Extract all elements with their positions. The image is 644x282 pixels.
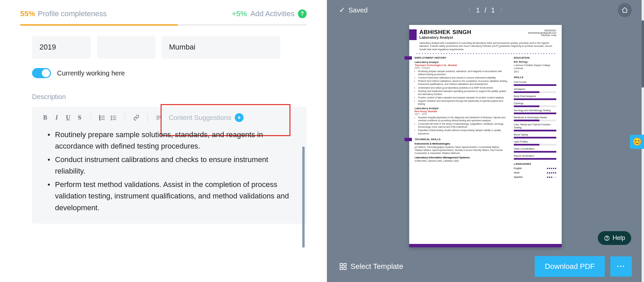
svg-rect-17 bbox=[340, 267, 342, 270]
city-input[interactable] bbox=[162, 36, 280, 59]
download-pdf-button[interactable]: Download PDF bbox=[535, 256, 605, 277]
help-icon[interactable]: ? bbox=[298, 9, 307, 18]
completeness-pct: 55% bbox=[20, 9, 35, 18]
page-current: 1 bbox=[476, 6, 480, 14]
resume-location: Mumbai, India bbox=[528, 34, 556, 36]
editor-content[interactable]: Routinely prepare sample solutions, stan… bbox=[32, 127, 307, 220]
bottom-bar: Select Template Download PDF ··· bbox=[327, 251, 644, 282]
skill-label: Metabolic & Electrolyte Panels bbox=[514, 116, 556, 119]
svg-rect-16 bbox=[344, 263, 346, 266]
separator bbox=[147, 114, 148, 122]
page-total: 1 bbox=[491, 6, 495, 14]
job-bullet: Assisted hospital physicians in the diag… bbox=[418, 116, 508, 122]
home-button[interactable] bbox=[618, 3, 632, 17]
skills-head: SKILLS bbox=[514, 76, 556, 79]
progress-bar bbox=[20, 24, 307, 26]
edu-degree: BSc Biology bbox=[514, 60, 556, 63]
job-bullet: Understand and utilize good laboratory p… bbox=[418, 86, 508, 89]
ordered-list-icon[interactable]: 123 bbox=[96, 113, 108, 122]
job-bullet: Powder content of latex samples and prep… bbox=[418, 96, 508, 99]
skill-label: Cytology bbox=[514, 102, 556, 105]
content-suggestions-label: Content Suggestions bbox=[169, 114, 231, 122]
saved-label: Saved bbox=[348, 6, 368, 14]
resume-left-col: EMPLOYMENT HISTORY Laboratory Analyst Th… bbox=[415, 56, 508, 179]
year-input[interactable] bbox=[32, 36, 91, 59]
skill-bar bbox=[514, 105, 556, 107]
job-bullet: Conduct instrument calibrations and chec… bbox=[418, 76, 508, 79]
select-template-button[interactable]: Select Template bbox=[339, 262, 403, 271]
skill-bar bbox=[514, 113, 556, 114]
help-label: Help bbox=[613, 234, 625, 242]
currently-working-row: Currently working here bbox=[32, 68, 307, 78]
employment-head: EMPLOYMENT HISTORY bbox=[415, 56, 508, 59]
editor-toolbar: B I U S 123 bbox=[32, 107, 307, 127]
svg-point-8 bbox=[111, 118, 112, 118]
accent-block bbox=[409, 29, 417, 40]
resume-right-col: EDUCATION BSc Biology Lucknow Christian … bbox=[514, 56, 556, 179]
job-bullet: Conducted lab tests in the areas of haem… bbox=[418, 122, 508, 128]
add-activities[interactable]: +5% Add Activities ? bbox=[232, 9, 307, 18]
skill-label: Urinalyses bbox=[514, 88, 556, 91]
check-icon: ✓ bbox=[339, 6, 345, 14]
strike-icon[interactable]: S bbox=[74, 113, 85, 122]
currently-working-toggle[interactable] bbox=[32, 68, 51, 78]
job-bullet: Support research and development through… bbox=[418, 99, 508, 105]
language-row: Spanish bbox=[514, 176, 556, 179]
lims-body: STARLIMS; LabSoft LIMS; LabWare LIMS bbox=[415, 159, 508, 162]
description-editor: B I U S 123 bbox=[32, 107, 307, 224]
saved-indicator: ✓ Saved bbox=[339, 6, 368, 14]
skill-bar bbox=[514, 158, 556, 160]
skill-label: Blood Typing bbox=[514, 133, 556, 136]
preview-header: ✓ Saved 〈 1 / 1 〉 bbox=[327, 0, 644, 20]
resume-columns: EMPLOYMENT HISTORY Laboratory Analyst Th… bbox=[415, 56, 556, 179]
bold-icon[interactable]: B bbox=[39, 113, 51, 122]
svg-text:3: 3 bbox=[99, 119, 101, 121]
instruments-body: pH Meters; Chromatography Systems; Mass … bbox=[415, 146, 508, 155]
preview-body: ABHISHEK SINGH Laboratory Analyst 985359… bbox=[327, 20, 644, 251]
end-input[interactable] bbox=[97, 36, 156, 59]
underline-icon[interactable]: U bbox=[62, 113, 74, 122]
link-icon[interactable] bbox=[131, 113, 142, 122]
job-bullet: Expedited critical testing results witho… bbox=[418, 129, 508, 135]
lims-head: Laboratory Information Management System… bbox=[415, 156, 508, 159]
job-dates: 2019 - Present bbox=[415, 67, 508, 69]
job-sub: Red Group, Mumbai bbox=[415, 110, 508, 113]
skill-label: Report Generation bbox=[514, 154, 556, 157]
more-button[interactable]: ··· bbox=[610, 256, 632, 277]
paragraph-icon[interactable] bbox=[153, 113, 165, 122]
technical-head: TECHNICAL SKILLS bbox=[415, 138, 508, 141]
window-scrollbar-thumb[interactable] bbox=[642, 20, 644, 88]
italic-icon[interactable]: I bbox=[51, 113, 62, 122]
activities-plus-pct: +5% bbox=[232, 9, 247, 18]
job-bullets: Routinely prepare sample solutions, stan… bbox=[418, 70, 508, 105]
resume-contact: 985359201 abhisheksingh@gmail.com Mumbai… bbox=[528, 29, 556, 36]
select-template-label: Select Template bbox=[351, 262, 403, 271]
divider bbox=[415, 53, 556, 54]
resume-summary: Laboratory Analyst with competence in ex… bbox=[419, 41, 556, 51]
feedback-tab[interactable]: 😊 bbox=[630, 135, 644, 149]
next-page-icon[interactable]: 〉 bbox=[500, 6, 506, 15]
bullet-item[interactable]: Perform test method validations. Assist … bbox=[46, 179, 293, 213]
unordered-list-icon[interactable] bbox=[108, 113, 119, 122]
skill-bar bbox=[514, 120, 556, 121]
separator bbox=[91, 114, 91, 122]
job-sub: Thyrocare Technologies Ltd., Mumbai bbox=[415, 64, 508, 66]
prev-page-icon[interactable]: 〈 bbox=[465, 6, 471, 15]
bullet-item[interactable]: Routinely prepare sample solutions, stan… bbox=[46, 129, 293, 152]
editor-scrollbar[interactable] bbox=[302, 147, 305, 248]
job-bullet: Develop and implement standard operating… bbox=[418, 90, 508, 96]
resume-phone: 985359201 bbox=[528, 29, 556, 32]
svg-point-10 bbox=[111, 119, 112, 120]
resume-page[interactable]: ABHISHEK SINGH Laboratory Analyst 985359… bbox=[409, 25, 562, 247]
skill-label: Body Fluid Analyses bbox=[514, 95, 556, 98]
language-row: English bbox=[514, 167, 556, 170]
edu-year: 2017 bbox=[514, 70, 556, 73]
job-bullet: Perform test method validations. Assist … bbox=[418, 80, 508, 86]
bullet-item[interactable]: Conduct instrument calibrations and chec… bbox=[46, 154, 293, 177]
page-sep: / bbox=[484, 6, 486, 14]
edu-school: Lucknow Christian Degree College, Luckno… bbox=[514, 64, 556, 70]
inputs-row bbox=[32, 36, 307, 59]
content-suggestions-button[interactable]: Content Suggestions + bbox=[169, 113, 244, 122]
help-button[interactable]: Help bbox=[598, 231, 631, 245]
svg-rect-15 bbox=[340, 263, 342, 266]
